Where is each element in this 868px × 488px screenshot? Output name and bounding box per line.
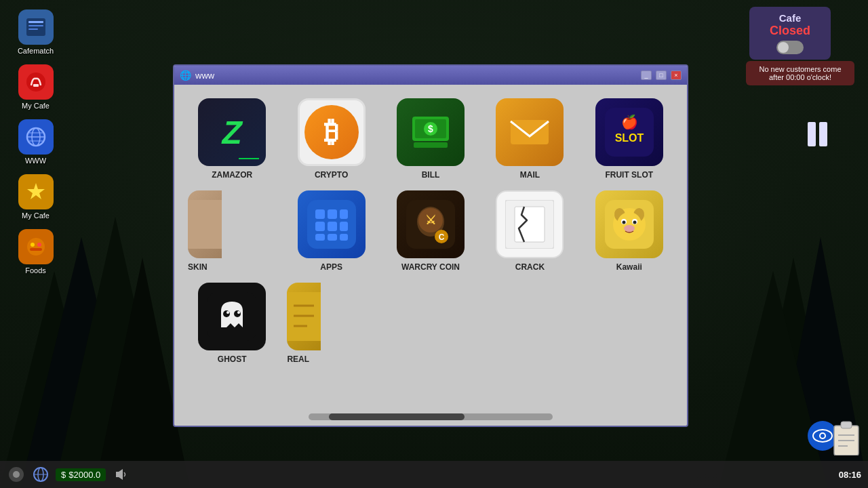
www-icon — [18, 119, 54, 155]
svg-point-73 — [821, 434, 825, 438]
sidebar-item-www[interactable]: WWW — [5, 117, 66, 167]
svg-rect-22 — [30, 248, 42, 251]
app-skin[interactable]: SKIN — [188, 190, 222, 272]
pause-bar-right — [819, 122, 827, 146]
app-mail[interactable]: MAIL — [486, 98, 574, 180]
www-titlebar-icon: 🌐 — [180, 70, 191, 81]
svg-point-58 — [622, 221, 625, 224]
www-close-button[interactable]: × — [671, 70, 682, 80]
taskbar-time: 08:16 — [839, 470, 861, 480]
taskbar-money: $ $2000.0 — [56, 468, 106, 481]
svg-rect-50 — [515, 207, 545, 242]
www-scrollbar-thumb — [329, 413, 465, 420]
app-crack[interactable]: CRACK — [486, 190, 574, 272]
cafe-toggle[interactable] — [776, 41, 804, 54]
svg-point-19 — [27, 238, 45, 256]
crypto-label: CRYPTO — [315, 170, 348, 180]
warcry-label: WARCRY COIN — [401, 262, 460, 272]
bitcoin-symbol: ₿ — [304, 105, 359, 159]
apps-icon — [298, 190, 366, 258]
svg-rect-34 — [315, 209, 325, 219]
zamazor-label: ZAMAZOR — [212, 170, 252, 180]
svg-rect-12 — [33, 84, 39, 87]
cafe-status: Closed — [759, 24, 821, 38]
taskbar-volume[interactable] — [111, 465, 130, 484]
crypto-icon: ₿ — [298, 98, 366, 166]
crack-label: CRACK — [515, 262, 545, 272]
money-symbol: $ — [61, 470, 66, 480]
cafematch-icon — [18, 9, 54, 45]
www-maximize-button[interactable]: □ — [656, 70, 667, 80]
svg-point-65 — [237, 311, 240, 314]
kawaii-icon — [595, 190, 663, 258]
svg-point-62 — [223, 310, 230, 317]
svg-point-20 — [31, 243, 35, 247]
fruitslot-icon: 🍎 SLOT — [595, 98, 663, 166]
kawaii-label: Kawaii — [616, 262, 642, 272]
sidebar-item-cafematch[interactable]: Cafematch — [5, 7, 66, 58]
skin-label: SKIN — [188, 262, 208, 272]
cafe-tooltip: No new customers come after 00:00 o'cloc… — [746, 61, 854, 85]
app-real[interactable]: REAL — [287, 283, 321, 364]
taskbar-globe-icon[interactable] — [31, 465, 50, 484]
svg-rect-37 — [315, 222, 325, 231]
www-minimize-button[interactable]: _ — [641, 70, 652, 80]
sidebar-item-foods[interactable]: Foods — [5, 226, 66, 277]
app-kawaii[interactable]: Kawaii — [585, 190, 673, 272]
www-titlebar: 🌐 www _ □ × — [174, 66, 687, 85]
www-scrollbar[interactable] — [309, 413, 553, 420]
svg-rect-42 — [340, 234, 348, 241]
www-window: 🌐 www _ □ × Z ZAMAZOR ₿ CRYPTO — [173, 64, 688, 427]
cafe-panel: Cafe Closed — [749, 7, 831, 60]
app-bill[interactable]: $ BILL — [387, 98, 475, 180]
svg-rect-38 — [328, 222, 337, 231]
sidebar-item-mycafe2[interactable]: My Cafe — [5, 171, 66, 222]
sidebar-item-mycafe[interactable]: My Cafe — [5, 62, 66, 113]
svg-rect-41 — [328, 234, 337, 241]
apps-label: APPS — [320, 262, 342, 272]
svg-text:C: C — [439, 232, 445, 242]
svg-rect-7 — [26, 18, 45, 36]
mycafe2-icon — [18, 174, 54, 209]
crack-icon — [496, 190, 564, 258]
svg-point-80 — [13, 471, 20, 478]
svg-rect-9 — [28, 25, 43, 26]
zamazor-icon: Z — [198, 98, 266, 166]
svg-point-64 — [226, 311, 229, 314]
foods-label: Foods — [25, 266, 46, 274]
ghost-icon — [198, 283, 266, 350]
real-icon — [287, 283, 321, 350]
svg-rect-27 — [414, 142, 448, 148]
skin-icon — [188, 190, 222, 258]
clipboard-button[interactable] — [831, 420, 861, 454]
fruitslot-label: FRUIT SLOT — [605, 170, 653, 180]
svg-text:⚔: ⚔ — [425, 214, 436, 227]
app-crypto[interactable]: ₿ CRYPTO — [287, 98, 375, 180]
taskbar: $ $2000.0 08:16 — [0, 461, 868, 488]
bill-icon: $ — [397, 98, 465, 166]
svg-rect-10 — [28, 28, 38, 30]
app-apps[interactable]: APPS — [287, 190, 375, 272]
svg-point-59 — [633, 221, 636, 224]
app-ghost[interactable]: GHOST — [188, 283, 276, 364]
svg-point-11 — [26, 73, 45, 92]
sidebar: Cafematch My Cafe WWW My Cafe Foods — [0, 0, 71, 461]
mycafe-label: My Cafe — [22, 102, 50, 110]
app-zamazor[interactable]: Z ZAMAZOR — [188, 98, 276, 180]
svg-point-63 — [234, 310, 241, 317]
cafe-title: Cafe — [759, 12, 821, 24]
svg-text:$: $ — [428, 123, 433, 134]
mail-icon — [496, 98, 564, 166]
mycafe2-label: My Cafe — [22, 211, 50, 220]
www-titlebar-title: www — [195, 70, 637, 81]
svg-text:SLOT: SLOT — [614, 132, 644, 144]
svg-rect-32 — [188, 200, 222, 249]
mail-label: MAIL — [520, 170, 540, 180]
svg-rect-39 — [340, 222, 348, 231]
app-warcry[interactable]: ⚔ C WARCRY COIN — [387, 190, 475, 272]
real-label: REAL — [287, 354, 309, 364]
www-app-grid: Z ZAMAZOR ₿ CRYPTO $ BILL — [174, 85, 687, 378]
app-fruitslot[interactable]: 🍎 SLOT FRUIT SLOT — [585, 98, 673, 180]
pause-button[interactable] — [808, 122, 827, 146]
taskbar-start-icon[interactable] — [7, 465, 26, 484]
